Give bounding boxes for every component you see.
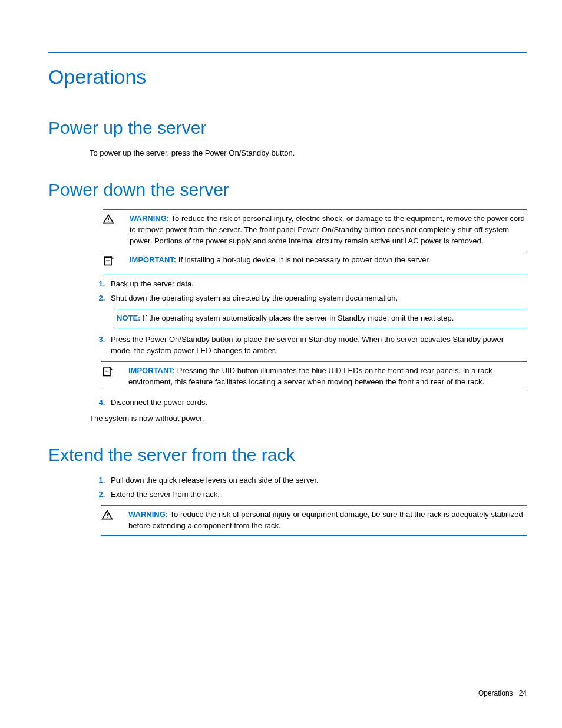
ext-step-1: Pull down the quick release levers on ea…	[107, 475, 527, 486]
top-rule	[48, 52, 527, 53]
svg-point-11	[107, 518, 108, 519]
heading-power-down: Power down the server	[48, 177, 527, 203]
warning-icon	[101, 509, 128, 532]
svg-rect-6	[103, 368, 110, 375]
warning-text: To reduce the risk of personal injury, e…	[130, 214, 525, 245]
important-label: IMPORTANT:	[130, 255, 176, 264]
pd-step-4: Disconnect the power cords.	[107, 397, 527, 409]
power-up-text: To power up the server, press the Power …	[90, 148, 527, 159]
note-callout: NOTE: If the operating system automatica…	[117, 309, 527, 328]
important2-label: IMPORTANT:	[128, 366, 175, 375]
heading-extend: Extend the server from the rack	[48, 442, 527, 468]
important2-text: Pressing the UID button illuminates the …	[128, 366, 492, 386]
footer-section: Operations	[478, 689, 513, 697]
footer-page: 24	[519, 689, 527, 697]
warning-icon	[103, 213, 130, 247]
warning-callout: WARNING: To reduce the risk of personal …	[103, 209, 527, 251]
note-text: If the operating system automatically pl…	[143, 314, 454, 322]
pd-step-2: Shut down the operating system as direct…	[107, 293, 527, 304]
svg-point-1	[108, 221, 109, 222]
footer: Operations 24	[478, 689, 527, 699]
ext-step-2: Extend the server from the rack.	[107, 489, 527, 500]
important-callout: IMPORTANT: If installing a hot-plug devi…	[103, 251, 527, 274]
important2-callout: IMPORTANT: Pressing the UID button illum…	[101, 361, 527, 392]
heading-power-up: Power up the server	[48, 115, 527, 141]
important-icon	[101, 365, 128, 388]
pd-step-1: Back up the server data.	[107, 279, 527, 290]
extend-warning-callout: WARNING: To reduce the risk of personal …	[101, 505, 527, 536]
important-icon	[103, 255, 130, 270]
svg-rect-2	[104, 257, 111, 265]
page-title: Operations	[48, 62, 527, 91]
extend-warning-label: WARNING:	[128, 510, 168, 519]
important-text: If installing a hot-plug device, it is n…	[178, 255, 431, 264]
note-label: NOTE:	[117, 314, 140, 322]
pd-step-3: Press the Power On/Standby button to pla…	[107, 334, 527, 357]
extend-warning-text: To reduce the risk of personal injury or…	[128, 510, 523, 530]
pd-closing: The system is now without power.	[90, 413, 527, 424]
warning-label: WARNING:	[130, 214, 169, 223]
